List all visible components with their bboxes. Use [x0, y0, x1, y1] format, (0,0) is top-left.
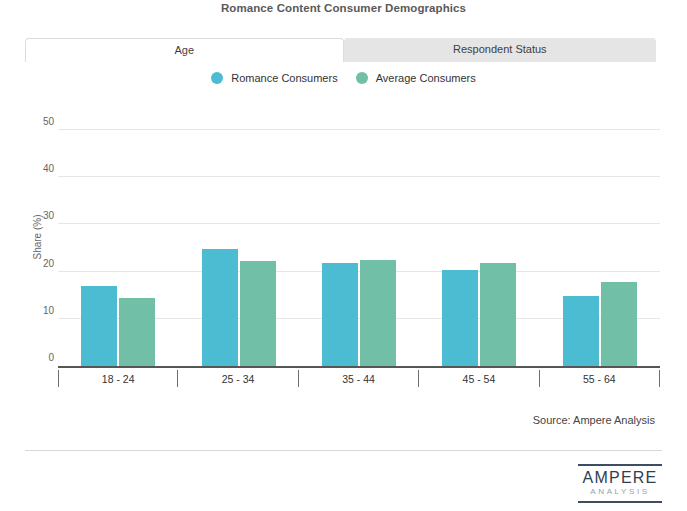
bar-group-18-24 [58, 130, 178, 366]
bar-average-consumers-18-24[interactable] [119, 298, 155, 366]
source-note: Source: Ampere Analysis [533, 414, 655, 426]
y-tick-label-20: 20 [22, 258, 54, 269]
y-tick-label-50: 50 [22, 116, 54, 127]
bar-romance-consumers-25-34[interactable] [202, 249, 238, 366]
bar-group-25-34 [178, 130, 298, 366]
x-axis-band: 18 - 2425 - 3435 - 4445 - 5455 - 64 [58, 370, 660, 387]
dashboard-page: Romance Content Consumer Demographics Ag… [0, 0, 687, 511]
legend-item-average-consumers[interactable]: Average Consumers [356, 72, 476, 84]
chart-title: Romance Content Consumer Demographics [0, 2, 687, 14]
bar-group-35-44 [299, 130, 419, 366]
legend-marker-average-icon [356, 72, 368, 84]
y-tick-label-0: 0 [22, 352, 54, 363]
bar-average-consumers-55-64[interactable] [601, 282, 637, 366]
legend-label-romance: Romance Consumers [231, 72, 337, 84]
x-category-label-55-64: 55 - 64 [540, 370, 660, 387]
plot-area: 01020304050 [58, 130, 660, 368]
legend-marker-romance-icon [211, 72, 223, 84]
logo-text: AMPERE [578, 469, 662, 486]
bar-average-consumers-35-44[interactable] [360, 260, 396, 366]
bar-group-55-64 [540, 130, 660, 366]
x-category-label-18-24: 18 - 24 [58, 370, 178, 387]
legend-item-romance-consumers[interactable]: Romance Consumers [211, 72, 337, 84]
bar-average-consumers-25-34[interactable] [240, 261, 276, 366]
x-category-label-35-44: 35 - 44 [299, 370, 419, 387]
logo-subtext: ANALYSIS [578, 487, 662, 497]
legend-label-average: Average Consumers [376, 72, 476, 84]
y-tick-label-40: 40 [22, 163, 54, 174]
tab-bar: Age Respondent Status [25, 38, 656, 62]
bar-romance-consumers-45-54[interactable] [442, 270, 478, 366]
chart-legend: Romance Consumers Average Consumers [0, 72, 687, 84]
bar-romance-consumers-55-64[interactable] [563, 296, 599, 366]
x-category-label-45-54: 45 - 54 [419, 370, 539, 387]
bar-average-consumers-45-54[interactable] [480, 263, 516, 366]
y-tick-label-10: 10 [22, 305, 54, 316]
x-category-label-25-34: 25 - 34 [178, 370, 298, 387]
footer-divider [25, 450, 662, 451]
bar-romance-consumers-35-44[interactable] [322, 263, 358, 366]
bar-romance-consumers-18-24[interactable] [81, 286, 117, 366]
tab-age[interactable]: Age [25, 38, 344, 62]
tab-respondent-status[interactable]: Respondent Status [344, 38, 656, 62]
y-tick-label-30: 30 [22, 210, 54, 221]
ampere-logo: AMPERE ANALYSIS [578, 464, 662, 503]
bar-group-45-54 [419, 130, 539, 366]
